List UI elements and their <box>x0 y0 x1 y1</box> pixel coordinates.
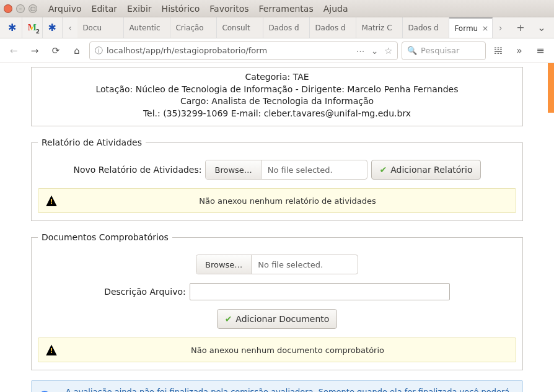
tab-docu[interactable]: Docu <box>77 17 124 38</box>
search-box[interactable]: 🔍 Pesquisar <box>402 41 486 60</box>
page-actions-icon[interactable]: ⋯ <box>356 46 365 56</box>
employee-header-box: Categoria: TAE Lotação: Núcleo de Tecnol… <box>31 67 523 126</box>
novo-relatorio-label: Novo Relatório de Atividades: <box>73 165 201 175</box>
documento-browse-button[interactable]: Browse… <box>196 255 252 274</box>
tab-dados-2[interactable]: Dados d <box>310 17 356 38</box>
documento-file-input[interactable]: Browse… No file selected. <box>196 255 358 274</box>
adicionar-relatorio-button[interactable]: ✔ Adicionar Relatório <box>371 160 480 180</box>
tab-scroll-left-icon[interactable]: ‹ <box>63 17 78 38</box>
url-text: localhost/app/rh/estagioprobatorio/form <box>107 46 267 55</box>
page-viewport: Categoria: TAE Lotação: Núcleo de Tecnol… <box>0 63 554 392</box>
relatorio-atividades-fieldset: Relatório de Atividades Novo Relatório d… <box>31 137 523 221</box>
nav-home-button[interactable]: ⌂ <box>68 42 86 59</box>
adicionar-documento-button[interactable]: ✔ Adicionar Documento <box>217 309 338 329</box>
menu-editar[interactable]: Editar <box>92 4 117 14</box>
search-icon: 🔍 <box>407 46 417 55</box>
tab-close-icon[interactable]: × <box>481 24 488 33</box>
pinned-tab-1[interactable]: ✱ <box>2 17 22 38</box>
menu-historico[interactable]: Histórico <box>162 4 200 14</box>
address-bar[interactable]: ⓘ localhost/app/rh/estagioprobatorio/for… <box>89 41 398 60</box>
site-info-icon[interactable]: ⓘ <box>95 45 103 56</box>
descricao-arquivo-input[interactable] <box>190 283 450 300</box>
documento-file-status: No file selected. <box>252 260 329 269</box>
menu-favoritos[interactable]: Favoritos <box>209 4 248 14</box>
menu-exibir[interactable]: Exibir <box>127 4 152 14</box>
hamburger-menu-icon[interactable]: ≡ <box>532 42 549 59</box>
browser-tabstrip: ✱ M2 ✱ ‹ Docu Autentic Criação Consult D… <box>0 17 554 38</box>
documentos-legend: Documentos Comprobatórios <box>38 232 172 242</box>
tab-formulario-active[interactable]: Formu× <box>449 17 493 38</box>
tab-dados-3[interactable]: Dados d <box>403 17 449 38</box>
search-placeholder: Pesquisar <box>421 46 459 55</box>
tab-matriz[interactable]: Matriz C <box>356 17 403 38</box>
browser-toolbar: ← → ⟳ ⌂ ⓘ localhost/app/rh/estagioprobat… <box>0 38 554 63</box>
menu-ajuda[interactable]: Ajuda <box>323 4 348 14</box>
relatorio-warning-banner: ! Não anexou nenhum relatório de ativida… <box>38 188 516 213</box>
app-menubar: Arquivo Editar Exibir Histórico Favorito… <box>48 4 348 14</box>
new-tab-button[interactable]: + <box>512 19 529 37</box>
warning-icon: ! <box>46 195 57 206</box>
scroll-indicator[interactable] <box>548 63 554 113</box>
tab-consult[interactable]: Consult <box>217 17 263 38</box>
nav-back-button[interactable]: ← <box>5 42 22 59</box>
tab-autentic[interactable]: Autentic <box>124 17 170 38</box>
tab-dados-1[interactable]: Dados d <box>263 17 310 38</box>
library-icon[interactable]: 𝍐 <box>490 42 507 59</box>
pocket-icon[interactable]: ⌄ <box>371 46 379 56</box>
pinned-tab-gmail[interactable]: M2 <box>22 17 42 38</box>
overflow-icon[interactable]: » <box>511 42 528 59</box>
relatorio-file-input[interactable]: Browse… No file selected. <box>205 160 367 180</box>
documentos-fieldset: Documentos Comprobatórios Browse… No fil… <box>31 232 523 370</box>
warning-icon: ! <box>46 344 57 355</box>
check-icon: ✔ <box>379 165 387 175</box>
avaliacao-info-banner: i A avaliação ainda não foi finalizada p… <box>31 380 523 392</box>
descricao-arquivo-label: Descrição Arquivo: <box>104 287 186 297</box>
pinned-tab-3[interactable]: ✱ <box>43 17 63 38</box>
all-tabs-dropdown-icon[interactable]: ⌄ <box>533 19 550 37</box>
menu-ferramentas[interactable]: Ferramentas <box>259 4 314 14</box>
window-maximize-icon[interactable]: ▢ <box>29 4 37 13</box>
relatorio-browse-button[interactable]: Browse… <box>206 160 261 179</box>
bookmark-star-icon[interactable]: ☆ <box>384 46 392 56</box>
tab-criacao[interactable]: Criação <box>170 17 217 38</box>
nav-reload-button[interactable]: ⟳ <box>47 42 64 59</box>
nav-forward-button[interactable]: → <box>26 42 43 59</box>
relatorio-legend: Relatório de Atividades <box>38 137 146 147</box>
relatorio-file-status: No file selected. <box>262 165 339 175</box>
check-icon: ✔ <box>225 314 232 324</box>
documento-warning-banner: ! Não anexou nenhum documento comprobató… <box>38 338 516 362</box>
window-minimize-icon[interactable]: – <box>16 4 25 13</box>
menu-arquivo[interactable]: Arquivo <box>48 4 82 14</box>
window-close-icon[interactable] <box>4 4 12 13</box>
tab-scroll-right-icon[interactable]: › <box>493 17 508 38</box>
window-titlebar: – ▢ Arquivo Editar Exibir Histórico Favo… <box>0 0 554 17</box>
